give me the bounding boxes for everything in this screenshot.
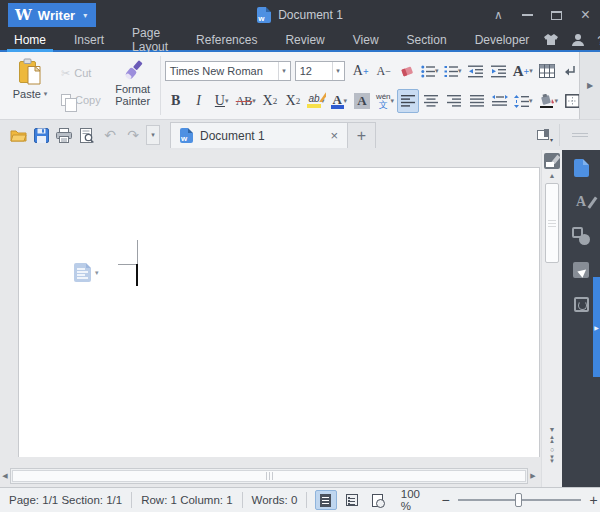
document-tab[interactable]: w Document 1 × — [170, 122, 348, 148]
sidebar-screenshot-button[interactable] — [571, 294, 591, 314]
font-size-select[interactable]: 12 ▾ — [295, 61, 345, 81]
customize-toolbar-button[interactable]: ▾ — [146, 125, 160, 145]
italic-button[interactable]: I — [188, 89, 210, 113]
decrease-indent-button[interactable] — [465, 59, 487, 83]
shrink-font-button[interactable]: A− — [373, 59, 395, 83]
font-color-button[interactable]: A ▾ — [328, 89, 350, 113]
bullets-button[interactable]: ▾ — [419, 59, 441, 83]
align-right-button[interactable] — [443, 89, 465, 113]
tab-home[interactable]: Home — [10, 30, 50, 50]
tab-references[interactable]: References — [192, 30, 261, 50]
status-bar: Page: 1/1 Section: 1/1 Row: 1 Column: 1 … — [0, 487, 600, 512]
open-button[interactable] — [8, 124, 28, 146]
format-painter-brush-icon — [122, 59, 144, 83]
tab-section[interactable]: Section — [403, 30, 451, 50]
previous-page-button[interactable]: ▲▲ — [549, 435, 555, 443]
align-center-button[interactable] — [420, 89, 442, 113]
character-shading-button[interactable]: A — [351, 89, 373, 113]
table-grid-button[interactable] — [536, 59, 558, 83]
print-preview-button[interactable] — [77, 124, 97, 146]
collapse-ribbon-button[interactable]: ∧ — [484, 0, 513, 30]
zoom-level[interactable]: 100 % — [401, 488, 431, 512]
app-menu-button[interactable]: W Writer ▾ — [8, 3, 96, 27]
increase-indent-icon — [491, 65, 507, 78]
print-preview-icon — [80, 128, 94, 143]
clear-formatting-button[interactable] — [396, 59, 418, 83]
save-button[interactable] — [31, 124, 51, 146]
format-painter-button[interactable]: Format Painter — [110, 56, 156, 117]
close-button[interactable]: × — [571, 0, 600, 30]
font-size-value: 12 — [300, 65, 312, 77]
cut-button[interactable]: ✂ Cut — [58, 63, 104, 83]
undo-button[interactable]: ↶ — [100, 124, 120, 146]
sidebar-drag-handle[interactable] — [564, 133, 600, 137]
vertical-scrollbar[interactable]: ▲ ▼ ▲▲ ○ ▼▼ — [541, 150, 562, 487]
zoom-slider[interactable] — [458, 492, 581, 508]
outline-view-button[interactable] — [341, 490, 363, 510]
skin-shirt-icon[interactable] — [543, 34, 559, 46]
distribute-button[interactable] — [489, 89, 511, 113]
scroll-up-arrow[interactable]: ▲ — [542, 169, 562, 181]
shading-fill-button[interactable]: ▾ — [536, 89, 561, 113]
document-icon: w — [257, 7, 271, 23]
sidebar-styles-button[interactable]: A — [571, 192, 591, 212]
borders-icon — [565, 94, 580, 108]
text-highlight-button[interactable]: ab ▾ — [305, 89, 327, 113]
zoom-slider-thumb[interactable] — [515, 493, 522, 507]
subscript-button[interactable]: X2 — [282, 89, 304, 113]
sidebar-scroll-indicator[interactable]: ▶ — [593, 277, 600, 377]
page-view-button[interactable] — [315, 490, 337, 510]
tab-view[interactable]: View — [349, 30, 383, 50]
tab-page-layout[interactable]: Page Layout — [128, 30, 172, 50]
zoom-out-button[interactable]: − — [439, 492, 452, 508]
justify-button[interactable] — [466, 89, 488, 113]
web-view-button[interactable] — [367, 490, 389, 510]
sidebar-shapes-button[interactable] — [571, 226, 591, 246]
tab-insert[interactable]: Insert — [70, 30, 108, 50]
redo-button[interactable]: ↷ — [123, 124, 143, 146]
tab-review[interactable]: Review — [281, 30, 328, 50]
vertical-scroll-thumb[interactable] — [545, 183, 559, 263]
tab-developer[interactable]: Developer — [471, 30, 534, 50]
next-page-button[interactable]: ▼▼ — [549, 455, 555, 463]
phonetic-guide-icon: wén文 — [376, 93, 391, 109]
paragraph-mark-button[interactable] — [559, 59, 581, 83]
word-count-indicator[interactable]: Words: 0 — [243, 492, 308, 508]
float-doc-options[interactable]: ▾ — [74, 263, 99, 282]
scroll-left-arrow[interactable]: ◀ — [0, 467, 10, 484]
numbering-button[interactable]: ▾ — [442, 59, 464, 83]
scroll-right-arrow[interactable]: ▶ — [528, 467, 538, 484]
horizontal-scroll-thumb[interactable] — [12, 470, 526, 482]
paste-button[interactable]: Paste▾ — [8, 56, 52, 117]
print-button[interactable] — [54, 124, 74, 146]
ruler-toggle-icon[interactable] — [544, 153, 560, 169]
underline-button[interactable]: U▾ — [211, 89, 233, 113]
minimize-button[interactable] — [513, 0, 542, 30]
font-name-select[interactable]: Times New Roman ▾ — [165, 61, 291, 81]
line-spacing-button[interactable]: ▾ — [512, 89, 535, 113]
increase-indent-button[interactable] — [488, 59, 510, 83]
decrease-indent-icon — [468, 65, 484, 78]
grow-font-button[interactable]: A+ — [350, 59, 372, 83]
account-person-icon[interactable] — [571, 33, 585, 47]
row-column-indicator[interactable]: Row: 1 Column: 1 — [132, 492, 242, 508]
app-name: Writer — [38, 8, 75, 23]
copy-button[interactable]: Copy — [58, 90, 104, 110]
sidebar-new-document-button[interactable] — [571, 158, 591, 178]
sidebar-selection-button[interactable] — [571, 260, 591, 280]
maximize-button[interactable] — [542, 0, 571, 30]
horizontal-scrollbar[interactable]: ◀ ▶ — [0, 467, 538, 484]
bold-button[interactable]: B — [165, 89, 187, 113]
align-left-button[interactable] — [397, 89, 419, 113]
text-effects-button[interactable]: A+ ▾ — [511, 59, 535, 83]
zoom-in-button[interactable]: + — [587, 492, 600, 508]
ribbon-overflow-expander[interactable]: ▶ — [579, 52, 600, 119]
strikethrough-button[interactable]: AB▾ — [234, 89, 258, 113]
phonetic-guide-button[interactable]: wén文 ▾ — [374, 89, 396, 113]
superscript-button[interactable]: X2 — [259, 89, 281, 113]
page-section-indicator[interactable]: Page: 1/1 Section: 1/1 — [0, 492, 132, 508]
close-tab-button[interactable]: × — [330, 128, 338, 143]
new-tab-button[interactable]: + — [348, 122, 376, 148]
document-page[interactable]: ▾ — [18, 167, 540, 457]
task-panel-toggle-button[interactable]: ▾ — [531, 124, 555, 146]
